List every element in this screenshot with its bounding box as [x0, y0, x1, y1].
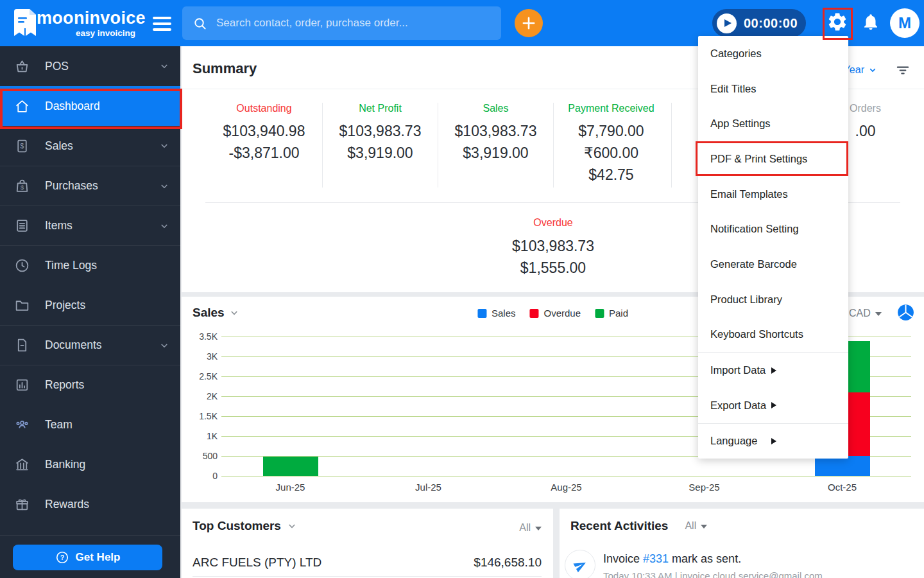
menu-item-label: Language [710, 435, 771, 447]
send-icon [571, 556, 589, 574]
svg-text:$: $ [21, 143, 24, 150]
sidebar-item-label: Items [45, 219, 158, 232]
bar-segment-sales[interactable] [815, 456, 870, 476]
y-tick-label: 3.5K [187, 331, 218, 342]
stat-label: Sales [438, 103, 554, 114]
top-customers-title-dropdown[interactable]: Top Customers [193, 519, 298, 533]
recent-activities-filter[interactable]: All [685, 520, 707, 532]
chevron-down-icon [158, 220, 170, 232]
menu-item-notification-setting[interactable]: Notification Setting [698, 211, 848, 247]
sidebar-nav: POSDashboard$Sales$PurchasesItemsTime Lo… [0, 46, 180, 578]
sidebar-item-rewards[interactable]: Rewards [0, 484, 180, 524]
y-tick-label: 1.5K [187, 411, 218, 421]
sidebar-item-label: Dashboard [45, 100, 170, 113]
legend-label: Paid [609, 308, 628, 319]
sales-chart-title: Sales [193, 306, 225, 320]
stat-value: ₹600.00 [553, 142, 669, 164]
user-avatar[interactable]: M [890, 8, 920, 38]
top-customers-title: Top Customers [193, 519, 281, 533]
customer-row[interactable]: ARC FUELS (PTY) LTD $146,658.10 [193, 548, 542, 577]
search-input[interactable] [215, 16, 487, 30]
menu-item-export-data[interactable]: Export Data [698, 388, 848, 423]
recent-activities-card: Recent Activities All Invoice #331 mark … [560, 509, 924, 578]
sidebar-item-projects[interactable]: Projects [0, 285, 180, 325]
menu-item-categories[interactable]: Categories [698, 36, 848, 71]
overdue-value: $1,555.00 [425, 257, 681, 279]
currency-dropdown[interactable]: CAD [849, 308, 882, 319]
y-tick-label: 3K [187, 351, 218, 362]
stat-net-profit: Net Profit$103,983.73$3,919.00 [322, 103, 438, 164]
quick-add-button[interactable] [515, 9, 543, 37]
sidebar-item-pos[interactable]: POS [0, 46, 180, 86]
settings-gear-icon[interactable] [826, 11, 848, 35]
stat-payment-received: Payment Received$7,790.00₹600.00$42.75 [553, 103, 669, 186]
filter-icon[interactable] [894, 62, 911, 81]
sidebar-item-reports[interactable]: Reports [0, 365, 180, 405]
menu-item-label: Email Templates [710, 188, 837, 200]
svg-text:$: $ [21, 184, 24, 191]
bank-icon [14, 457, 31, 473]
menu-item-label: Keyboard Shortcuts [710, 328, 837, 340]
sidebar-item-banking[interactable]: Banking [0, 444, 180, 484]
chevron-down-icon [158, 340, 170, 351]
top-customers-filter[interactable]: All [519, 522, 542, 534]
gridline [221, 476, 911, 477]
menu-item-import-data[interactable]: Import Data [698, 353, 848, 388]
menu-item-language[interactable]: Language [698, 424, 848, 459]
time-tracker-button[interactable]: 00:00:00 [712, 9, 806, 37]
sidebar-item-documents[interactable]: Documents [0, 325, 180, 365]
sidebar-item-dashboard[interactable]: Dashboard [0, 86, 180, 126]
x-tick-label: Jun-25 [221, 482, 359, 493]
y-tick-label: 1K [187, 431, 218, 441]
sidebar-item-items[interactable]: Items [0, 206, 180, 245]
sidebar-divider [0, 535, 180, 536]
sidebar-item-time-logs[interactable]: Time Logs [0, 245, 180, 285]
play-icon [717, 13, 737, 33]
menu-item-label: Export Data [710, 399, 771, 412]
global-search[interactable] [182, 6, 501, 40]
sidebar-item-label: Team [45, 418, 170, 432]
customer-name: ARC FUELS (PTY) LTD [193, 556, 321, 570]
brand-name: mooninvoice [37, 8, 146, 28]
menu-item-generate-barcode[interactable]: Generate Barcode [698, 247, 848, 282]
x-tick-label: Sep-25 [635, 482, 773, 493]
y-tick-label: 0 [187, 471, 218, 481]
top-customers-card: Top Customers All ARC FUELS (PTY) LTD $1… [182, 509, 553, 578]
plus-icon [520, 15, 537, 31]
currency-label: CAD [849, 308, 871, 319]
sales-chart-title-dropdown[interactable]: Sales [193, 306, 240, 320]
menu-item-edit-titles[interactable]: Edit Titles [698, 71, 848, 107]
menu-item-product-library[interactable]: Product Library [698, 282, 848, 317]
x-tick-label: Jul-25 [359, 482, 497, 493]
menu-item-email-templates[interactable]: Email Templates [698, 177, 848, 212]
sidebar-item-sales[interactable]: $Sales [0, 126, 180, 166]
hamburger-menu-icon[interactable] [153, 17, 171, 34]
submenu-arrow-icon [771, 402, 837, 408]
document-icon [14, 337, 31, 353]
stat-label: Payment Received [553, 103, 669, 114]
stat-value: $7,790.00 [553, 120, 669, 142]
notifications-bell-icon[interactable] [861, 12, 880, 34]
sidebar-items: POSDashboard$Sales$PurchasesItemsTime Lo… [0, 46, 180, 524]
legend-label: Overdue [543, 308, 581, 319]
menu-item-label: Edit Titles [710, 83, 837, 95]
items-list-icon [14, 218, 31, 234]
pie-chart-toggle-icon[interactable] [897, 304, 914, 324]
menu-item-keyboard-shortcuts[interactable]: Keyboard Shortcuts [698, 317, 848, 353]
team-icon [14, 417, 31, 433]
sidebar-item-purchases[interactable]: $Purchases [0, 166, 180, 206]
submenu-arrow-icon [771, 438, 837, 444]
menu-item-app-settings[interactable]: App Settings [698, 106, 848, 141]
menu-item-label: Notification Setting [710, 223, 837, 235]
chevron-down-icon [158, 140, 170, 152]
summary-title: Summary [193, 60, 257, 77]
sidebar-item-label: Rewards [45, 498, 170, 511]
bar-segment-paid[interactable] [263, 457, 318, 476]
activity-icon-circle [565, 550, 595, 578]
sidebar-item-team[interactable]: Team [0, 405, 180, 444]
get-help-button[interactable]: ? Get Help [13, 545, 162, 570]
invoice-link[interactable]: #331 [643, 552, 669, 565]
stat-value: $42.75 [553, 164, 669, 186]
menu-item-pdf-print-settings[interactable]: PDF & Print Settings [698, 141, 848, 177]
stat-column-divider [438, 103, 438, 188]
